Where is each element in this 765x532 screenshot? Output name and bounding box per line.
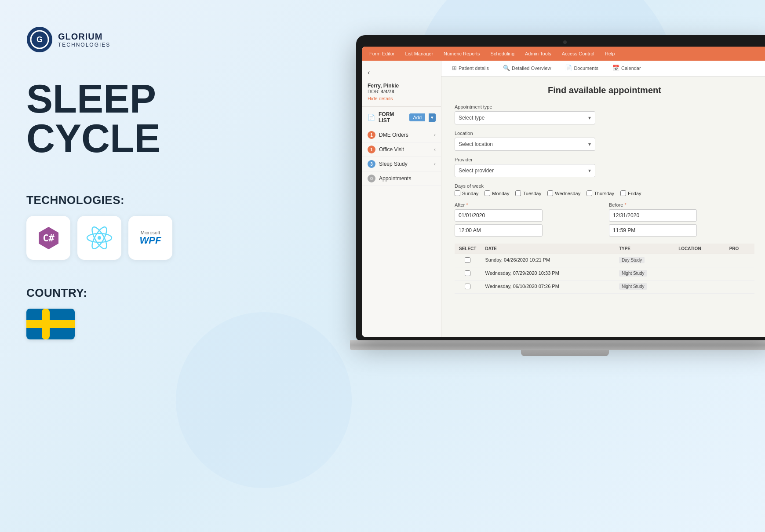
sidebar-item-office-visit[interactable]: 1 Office Visit ‹ [362, 142, 441, 157]
tab-documents-label: Documents [574, 66, 598, 71]
before-date-input[interactable] [609, 209, 697, 222]
day-wednesday[interactable]: Wednesday [547, 190, 580, 196]
row3-checkbox-cell[interactable] [455, 281, 481, 294]
before-label-text: Before [609, 202, 623, 208]
row2-checkbox-cell[interactable] [455, 267, 481, 281]
row2-pro [725, 267, 754, 281]
detailed-overview-icon: 🔍 [503, 65, 510, 71]
appointment-type-select[interactable]: Select type [455, 111, 595, 124]
main-title: SLEEP CYCLE [26, 79, 211, 158]
location-section: Location Select location [455, 131, 754, 151]
location-select[interactable]: Select location [455, 138, 595, 151]
location-select-wrapper: Select location [455, 138, 595, 151]
sunday-label: Sunday [462, 191, 478, 196]
main-content: ⊞ Patient details 🔍 Detailed Overview 📄 … [441, 61, 765, 337]
nav-scheduling[interactable]: Scheduling [491, 51, 514, 56]
tech-react-box [77, 216, 121, 260]
wpf-label: WPF [140, 235, 161, 246]
laptop-container: Form Editor List Manager Numeric Reports… [356, 35, 765, 356]
row1-checkbox[interactable] [465, 257, 470, 263]
day-friday[interactable]: Friday [620, 190, 641, 196]
table-row: Wednesday, 07/29/2020 10:33 PM Night Stu… [455, 267, 754, 281]
flag-stripe-bottom [26, 328, 75, 339]
day-tuesday[interactable]: Tuesday [515, 190, 541, 196]
nav-list-manager[interactable]: List Manager [405, 51, 433, 56]
row2-checkbox[interactable] [465, 270, 470, 276]
tuesday-checkbox[interactable] [515, 190, 521, 196]
row1-location [674, 254, 725, 267]
after-label-text: After [455, 202, 465, 208]
friday-checkbox[interactable] [620, 190, 626, 196]
sleep-study-arrow: ‹ [434, 161, 436, 167]
tab-patient-details-label: Patient details [459, 66, 489, 71]
sidebar-back-button[interactable]: ‹ [362, 66, 441, 79]
row1-checkbox-cell[interactable] [455, 254, 481, 267]
patient-name: Ferry, Pinkie [368, 83, 436, 89]
title-line2: CYCLE [26, 119, 211, 158]
tab-documents[interactable]: 📄 Documents [563, 61, 600, 76]
sidebar-item-dme-orders[interactable]: 1 DME Orders ‹ [362, 128, 441, 142]
row3-type-badge: Night Study [619, 283, 647, 290]
before-time-input[interactable] [609, 224, 697, 237]
logo-subtitle: TECHNOLOGIES [58, 42, 110, 48]
hide-details-link[interactable]: Hide details [368, 96, 436, 101]
nav-form-editor[interactable]: Form Editor [369, 51, 394, 56]
office-visit-arrow: ‹ [434, 146, 436, 153]
col-date: DATE [481, 244, 614, 254]
nav-numeric-reports[interactable]: Numeric Reports [444, 51, 480, 56]
tech-icons-row: C# Microsoft WPF [26, 216, 211, 260]
after-time-input[interactable] [455, 224, 543, 237]
nav-admin-tools[interactable]: Admin Tools [525, 51, 551, 56]
wednesday-checkbox[interactable] [547, 190, 553, 196]
add-arrow-button[interactable]: ▾ [429, 113, 436, 122]
react-icon [86, 225, 113, 251]
table-row: Sunday, 04/26/2020 10:21 PM Day Study [455, 254, 754, 267]
laptop-base [350, 340, 765, 350]
provider-select[interactable]: Select provider [455, 164, 595, 177]
svg-text:G: G [36, 35, 43, 44]
nav-help[interactable]: Help [605, 51, 615, 56]
day-thursday[interactable]: Thursday [586, 190, 614, 196]
logo-text-block: GLORIUM TECHNOLOGIES [58, 32, 110, 48]
row1-date: Sunday, 04/26/2020 10:21 PM [481, 254, 614, 267]
nav-access-control[interactable]: Access Control [562, 51, 594, 56]
after-required: * [465, 202, 468, 208]
sidebar-item-appointments[interactable]: 0 Appointments [362, 171, 441, 186]
row3-checkbox[interactable] [465, 284, 470, 289]
thursday-label: Thursday [594, 191, 614, 196]
monday-checkbox[interactable] [484, 190, 490, 196]
laptop-stand [521, 350, 609, 356]
laptop-camera [563, 40, 567, 44]
dob-value: 4/4/78 [381, 89, 394, 94]
wednesday-label: Wednesday [555, 191, 580, 196]
country-label: COUNTRY: [26, 286, 211, 300]
patient-dob: DOB: 4/4/78 [368, 89, 436, 94]
after-col: After * [455, 202, 600, 239]
form-list-label: FORM LIST [379, 111, 406, 124]
thursday-checkbox[interactable] [586, 190, 592, 196]
row2-type-badge: Night Study [619, 270, 647, 277]
sidebar-item-sleep-study[interactable]: 3 Sleep Study ‹ [362, 157, 441, 171]
tab-patient-details[interactable]: ⊞ Patient details [450, 61, 491, 76]
left-panel: G GLORIUM TECHNOLOGIES SLEEP CYCLE TECHN… [26, 26, 211, 339]
sweden-flag [26, 309, 75, 339]
before-col: Before * [609, 202, 754, 239]
appointment-type-section: Appointment type Select type [455, 104, 754, 124]
day-sunday[interactable]: Sunday [455, 190, 478, 196]
add-button[interactable]: Add [409, 113, 425, 121]
dob-label: DOB: [368, 89, 379, 94]
sunday-checkbox[interactable] [455, 190, 460, 196]
day-monday[interactable]: Monday [484, 190, 509, 196]
find-appointment-panel: Find available appointment Appointment t… [441, 77, 765, 337]
tab-calendar-label: Calendar [621, 66, 641, 71]
location-label: Location [455, 131, 754, 136]
tab-calendar[interactable]: 📅 Calendar [611, 61, 643, 76]
tab-detailed-overview[interactable]: 🔍 Detailed Overview [501, 61, 553, 76]
sleep-study-badge: 3 [368, 160, 375, 168]
after-date-input[interactable] [455, 209, 543, 222]
col-select: SELECT [455, 244, 481, 254]
row2-location [674, 267, 725, 281]
patient-details-icon: ⊞ [452, 65, 457, 71]
row2-date: Wednesday, 07/29/2020 10:33 PM [481, 267, 614, 281]
days-of-week-section: Days of week Sunday Monday Tuesday Wedne… [455, 183, 754, 196]
